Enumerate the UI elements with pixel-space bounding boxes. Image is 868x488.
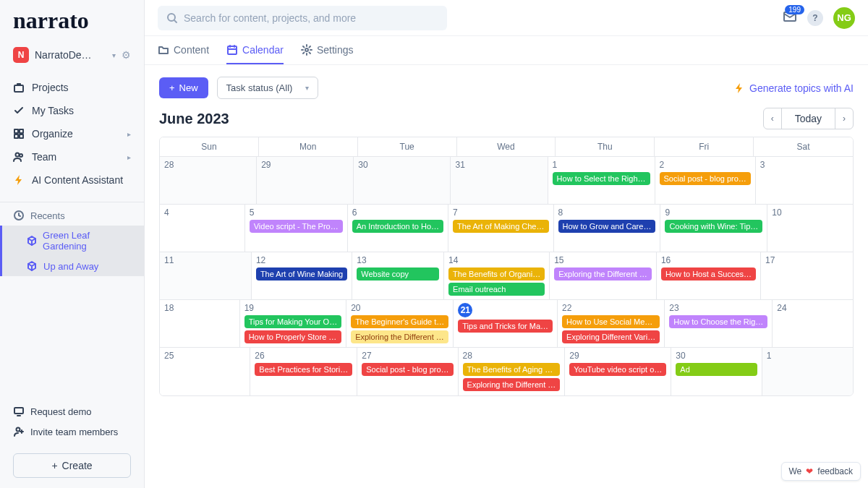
generate-topics-ai[interactable]: Generate topics with AI bbox=[733, 82, 854, 94]
recent-item[interactable]: Green Leaf Gardening bbox=[0, 226, 144, 256]
users-icon bbox=[13, 151, 25, 163]
calendar-event[interactable]: Exploring Different Vari… bbox=[562, 330, 660, 343]
create-button[interactable]: + Create bbox=[13, 453, 131, 478]
calendar-event[interactable]: How to Properly Store … bbox=[244, 330, 341, 343]
calendar-day[interactable]: 2Social post - blog pro… bbox=[655, 157, 756, 205]
workspace-selector[interactable]: N NarratoDe… ▾ ⚙ bbox=[0, 41, 144, 73]
calendar-event[interactable]: Exploring the Different … bbox=[463, 378, 561, 391]
calendar-day[interactable]: 21Tips and Tricks for Ma… bbox=[454, 300, 558, 348]
calendar-day[interactable]: 19Tips for Making Your O…How to Properly… bbox=[240, 300, 346, 348]
calendar-day[interactable]: 24 bbox=[773, 300, 853, 348]
calendar-event[interactable]: Exploring the Different … bbox=[351, 330, 448, 343]
calendar-event[interactable]: Website copy bbox=[357, 267, 439, 281]
day-number: 8 bbox=[558, 207, 656, 218]
calendar-event[interactable]: YouTube video script o… bbox=[569, 363, 666, 376]
calendar-day[interactable]: 12The Art of Wine Making bbox=[252, 252, 352, 300]
calendar-day[interactable]: 17 bbox=[761, 252, 853, 300]
calendar-event[interactable]: The Benefits of Organi… bbox=[448, 267, 545, 281]
calendar-event[interactable]: The Art of Making Che… bbox=[453, 220, 548, 233]
calendar-event[interactable]: Tips for Making Your O… bbox=[244, 315, 341, 328]
svg-point-13 bbox=[305, 48, 308, 51]
tab-calendar[interactable]: Calendar bbox=[226, 36, 284, 64]
tab-content[interactable]: Content bbox=[158, 36, 209, 64]
nav-team[interactable]: Team▸ bbox=[0, 145, 144, 168]
calendar-day[interactable]: 29 bbox=[257, 157, 354, 205]
help-button[interactable]: ? bbox=[807, 10, 823, 26]
nav-ai-content-assistant[interactable]: AI Content Assistant bbox=[0, 168, 144, 192]
calendar-day[interactable]: 28 bbox=[160, 157, 257, 205]
nav-organize[interactable]: Organize▸ bbox=[0, 122, 144, 145]
calendar-event[interactable]: Social post - blog pro… bbox=[660, 172, 751, 185]
calendar-day[interactable]: 4 bbox=[160, 205, 245, 252]
calendar-event[interactable]: Ad bbox=[676, 363, 757, 376]
calendar-day[interactable]: 23How to Choose the Rig… bbox=[665, 300, 773, 348]
prev-month[interactable]: ‹ bbox=[764, 109, 781, 128]
calendar-event[interactable]: Video script - The Pro… bbox=[250, 220, 343, 233]
calendar-day[interactable]: 31 bbox=[451, 157, 548, 205]
calendar-day[interactable]: 16How to Host a Succes… bbox=[657, 252, 761, 300]
calendar-event[interactable]: How to Select the Righ… bbox=[553, 172, 650, 185]
day-number: 27 bbox=[362, 351, 453, 361]
calendar-day[interactable]: 15Exploring the Different … bbox=[550, 252, 657, 300]
new-button[interactable]: +New bbox=[159, 77, 208, 98]
calendar-event[interactable]: Tips and Tricks for Ma… bbox=[458, 320, 553, 333]
calendar-day[interactable]: 20The Beginner's Guide t…Exploring the D… bbox=[346, 300, 454, 348]
calendar-day[interactable]: 18 bbox=[160, 300, 240, 348]
invite-team[interactable]: Invite team members bbox=[0, 421, 144, 442]
calendar-day[interactable]: 30Ad bbox=[671, 348, 762, 395]
calendar-day[interactable]: 14The Benefits of Organi…Email outreach bbox=[444, 252, 550, 300]
calendar-event[interactable]: The Beginner's Guide t… bbox=[351, 315, 448, 328]
bolt-icon bbox=[13, 174, 25, 186]
calendar-day[interactable]: 29YouTube video script o… bbox=[565, 348, 671, 395]
svg-point-6 bbox=[20, 154, 22, 157]
calendar-day[interactable]: 3 bbox=[756, 157, 853, 205]
calendar-day[interactable]: 11 bbox=[160, 252, 252, 300]
today-button[interactable]: Today bbox=[781, 108, 835, 129]
calendar-day[interactable]: 7The Art of Making Che… bbox=[448, 205, 553, 252]
request-demo[interactable]: Request demo bbox=[0, 401, 144, 421]
calendar-day[interactable]: 5Video script - The Pro… bbox=[245, 205, 348, 252]
tab-settings[interactable]: Settings bbox=[301, 36, 354, 64]
task-status-filter[interactable]: Task status (All)▾ bbox=[217, 77, 319, 99]
cube-icon bbox=[26, 260, 38, 272]
calendar-event[interactable]: The Benefits of Aging … bbox=[463, 363, 561, 376]
calendar-day[interactable]: 27Social post - blog pro… bbox=[357, 348, 458, 395]
day-number: 20 bbox=[351, 303, 448, 313]
nav-projects[interactable]: Projects bbox=[0, 76, 144, 99]
calendar-day[interactable]: 9Cooking with Wine: Tip… bbox=[660, 205, 767, 252]
calendar-day[interactable]: 8How to Grow and Care… bbox=[554, 205, 661, 252]
calendar-day[interactable]: 6An Introduction to Ho… bbox=[348, 205, 448, 252]
dow-header: Wed bbox=[457, 137, 556, 157]
calendar-day[interactable]: 22How to Use Social Me…Exploring Differe… bbox=[558, 300, 665, 348]
bolt-icon bbox=[733, 82, 745, 94]
calendar-day[interactable]: 10 bbox=[767, 205, 853, 252]
calendar-day[interactable]: 25 bbox=[160, 348, 250, 395]
search-input[interactable]: Search for content, projects, and more bbox=[158, 6, 447, 30]
gear-icon[interactable]: ⚙ bbox=[122, 49, 131, 61]
calendar-event[interactable]: Social post - blog pro… bbox=[362, 363, 453, 376]
calendar-event[interactable]: How to Use Social Me… bbox=[562, 315, 660, 328]
nav-my-tasks[interactable]: My Tasks bbox=[0, 99, 144, 122]
recent-item[interactable]: Up and Away bbox=[0, 256, 144, 276]
calendar-day[interactable]: 28The Benefits of Aging …Exploring the D… bbox=[459, 348, 566, 395]
calendar-event[interactable]: Cooking with Wine: Tip… bbox=[665, 220, 762, 233]
day-number: 1 bbox=[553, 160, 650, 170]
calendar-day[interactable]: 26Best Practices for Stori… bbox=[250, 348, 357, 395]
calendar-event[interactable]: How to Host a Succes… bbox=[661, 267, 756, 281]
calendar-event[interactable]: How to Choose the Rig… bbox=[669, 315, 767, 328]
day-number: 15 bbox=[554, 255, 652, 265]
feedback-button[interactable]: We❤feedback bbox=[781, 462, 861, 481]
calendar-event[interactable]: How to Grow and Care… bbox=[558, 220, 656, 233]
avatar[interactable]: NG bbox=[833, 7, 855, 29]
calendar-event[interactable]: The Art of Wine Making bbox=[256, 267, 347, 281]
calendar-day[interactable]: 1How to Select the Righ… bbox=[548, 157, 655, 205]
calendar-day[interactable]: 1 bbox=[762, 348, 853, 395]
calendar-day[interactable]: 13Website copy bbox=[352, 252, 444, 300]
next-month[interactable]: › bbox=[835, 109, 853, 128]
calendar-event[interactable]: Email outreach bbox=[448, 283, 545, 296]
notifications[interactable]: 199 bbox=[783, 9, 797, 27]
calendar-event[interactable]: Exploring the Different … bbox=[554, 267, 652, 281]
calendar-event[interactable]: Best Practices for Stori… bbox=[255, 363, 352, 376]
calendar-event[interactable]: An Introduction to Ho… bbox=[352, 220, 443, 233]
calendar-day[interactable]: 30 bbox=[354, 157, 451, 205]
